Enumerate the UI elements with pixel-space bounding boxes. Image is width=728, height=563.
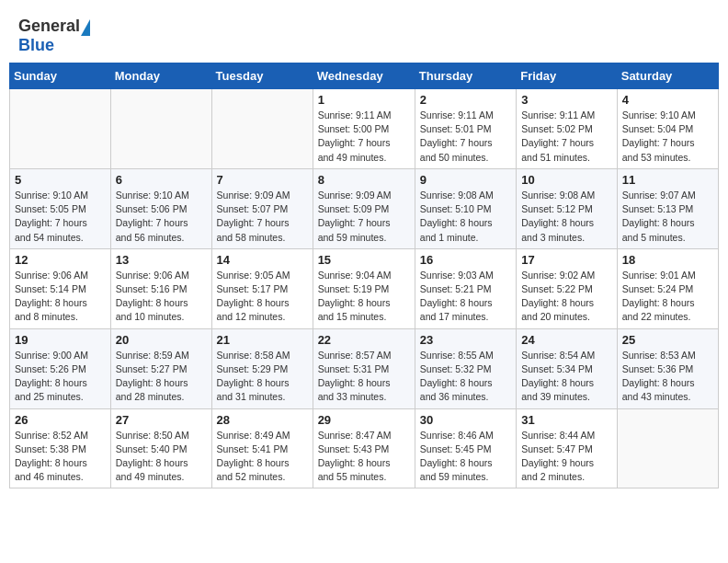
- day-info: Sunrise: 9:10 AM Sunset: 5:05 PM Dayligh…: [15, 189, 106, 245]
- day-info: Sunrise: 9:09 AM Sunset: 5:09 PM Dayligh…: [318, 189, 410, 245]
- day-info: Sunrise: 9:02 AM Sunset: 5:22 PM Dayligh…: [521, 269, 612, 325]
- day-cell: 12Sunrise: 9:06 AM Sunset: 5:14 PM Dayli…: [10, 248, 111, 328]
- day-number: 7: [217, 173, 308, 187]
- day-info: Sunrise: 9:04 AM Sunset: 5:19 PM Dayligh…: [318, 269, 410, 325]
- weekday-header-tuesday: Tuesday: [211, 63, 313, 89]
- day-info: Sunrise: 9:00 AM Sunset: 5:26 PM Dayligh…: [15, 349, 106, 405]
- day-info: Sunrise: 9:11 AM Sunset: 5:01 PM Dayligh…: [420, 109, 511, 165]
- day-number: 9: [420, 173, 511, 187]
- weekday-header-wednesday: Wednesday: [313, 63, 415, 89]
- day-number: 30: [420, 413, 511, 427]
- day-number: 8: [318, 173, 410, 187]
- day-info: Sunrise: 8:50 AM Sunset: 5:40 PM Dayligh…: [116, 429, 207, 485]
- weekday-header-monday: Monday: [110, 63, 211, 89]
- day-cell: 20Sunrise: 8:59 AM Sunset: 5:27 PM Dayli…: [110, 328, 211, 408]
- day-cell: 28Sunrise: 8:49 AM Sunset: 5:41 PM Dayli…: [211, 408, 313, 488]
- day-number: 31: [521, 413, 612, 427]
- day-cell: 26Sunrise: 8:52 AM Sunset: 5:38 PM Dayli…: [10, 408, 111, 488]
- day-info: Sunrise: 9:11 AM Sunset: 5:00 PM Dayligh…: [318, 109, 410, 165]
- week-row-4: 19Sunrise: 9:00 AM Sunset: 5:26 PM Dayli…: [10, 328, 719, 408]
- day-cell: 1Sunrise: 9:11 AM Sunset: 5:00 PM Daylig…: [313, 89, 415, 169]
- day-cell: 17Sunrise: 9:02 AM Sunset: 5:22 PM Dayli…: [517, 248, 618, 328]
- week-row-5: 26Sunrise: 8:52 AM Sunset: 5:38 PM Dayli…: [10, 408, 719, 488]
- weekday-header-row: SundayMondayTuesdayWednesdayThursdayFrid…: [10, 63, 719, 89]
- day-cell: 22Sunrise: 8:57 AM Sunset: 5:31 PM Dayli…: [313, 328, 415, 408]
- weekday-header-friday: Friday: [517, 63, 618, 89]
- day-number: 27: [116, 413, 207, 427]
- day-cell: 9Sunrise: 9:08 AM Sunset: 5:10 PM Daylig…: [415, 168, 516, 248]
- logo-text-general: General: [18, 17, 80, 35]
- day-cell: [10, 89, 111, 169]
- day-cell: 25Sunrise: 8:53 AM Sunset: 5:36 PM Dayli…: [617, 328, 718, 408]
- week-row-2: 5Sunrise: 9:10 AM Sunset: 5:05 PM Daylig…: [10, 168, 719, 248]
- day-info: Sunrise: 8:52 AM Sunset: 5:38 PM Dayligh…: [15, 429, 106, 485]
- day-info: Sunrise: 8:54 AM Sunset: 5:34 PM Dayligh…: [521, 349, 612, 405]
- day-cell: 31Sunrise: 8:44 AM Sunset: 5:47 PM Dayli…: [517, 408, 618, 488]
- day-number: 22: [318, 333, 410, 347]
- day-number: 18: [622, 253, 713, 267]
- page-header: General Blue: [9, 9, 719, 61]
- day-number: 10: [521, 173, 612, 187]
- day-info: Sunrise: 9:10 AM Sunset: 5:06 PM Dayligh…: [116, 189, 207, 245]
- day-info: Sunrise: 8:59 AM Sunset: 5:27 PM Dayligh…: [116, 349, 207, 405]
- day-info: Sunrise: 8:55 AM Sunset: 5:32 PM Dayligh…: [420, 349, 511, 405]
- day-cell: 8Sunrise: 9:09 AM Sunset: 5:09 PM Daylig…: [313, 168, 415, 248]
- day-cell: 30Sunrise: 8:46 AM Sunset: 5:45 PM Dayli…: [415, 408, 516, 488]
- day-cell: 2Sunrise: 9:11 AM Sunset: 5:01 PM Daylig…: [415, 89, 516, 169]
- weekday-header-saturday: Saturday: [617, 63, 718, 89]
- day-cell: 24Sunrise: 8:54 AM Sunset: 5:34 PM Dayli…: [517, 328, 618, 408]
- day-info: Sunrise: 8:46 AM Sunset: 5:45 PM Dayligh…: [420, 429, 511, 485]
- day-number: 13: [116, 253, 207, 267]
- day-number: 23: [420, 333, 511, 347]
- logo-triangle: [81, 19, 90, 36]
- logo: General Blue: [18, 17, 91, 55]
- day-cell: 11Sunrise: 9:07 AM Sunset: 5:13 PM Dayli…: [617, 168, 718, 248]
- logo-text-blue: Blue: [18, 36, 54, 54]
- day-number: 25: [622, 333, 713, 347]
- day-cell: [617, 408, 718, 488]
- day-info: Sunrise: 8:53 AM Sunset: 5:36 PM Dayligh…: [622, 349, 713, 405]
- day-number: 15: [318, 253, 410, 267]
- day-cell: [211, 89, 313, 169]
- day-cell: 18Sunrise: 9:01 AM Sunset: 5:24 PM Dayli…: [617, 248, 718, 328]
- day-info: Sunrise: 9:07 AM Sunset: 5:13 PM Dayligh…: [622, 189, 713, 245]
- day-info: Sunrise: 9:11 AM Sunset: 5:02 PM Dayligh…: [521, 109, 612, 165]
- day-cell: 5Sunrise: 9:10 AM Sunset: 5:05 PM Daylig…: [10, 168, 111, 248]
- day-number: 20: [116, 333, 207, 347]
- day-info: Sunrise: 9:03 AM Sunset: 5:21 PM Dayligh…: [420, 269, 511, 325]
- weekday-header-sunday: Sunday: [10, 63, 111, 89]
- day-number: 21: [217, 333, 308, 347]
- day-number: 24: [521, 333, 612, 347]
- day-cell: [110, 89, 211, 169]
- day-number: 28: [217, 413, 308, 427]
- day-info: Sunrise: 9:06 AM Sunset: 5:14 PM Dayligh…: [15, 269, 106, 325]
- day-number: 12: [15, 253, 106, 267]
- day-cell: 6Sunrise: 9:10 AM Sunset: 5:06 PM Daylig…: [110, 168, 211, 248]
- day-number: 6: [116, 173, 207, 187]
- day-info: Sunrise: 8:49 AM Sunset: 5:41 PM Dayligh…: [217, 429, 308, 485]
- calendar-table: SundayMondayTuesdayWednesdayThursdayFrid…: [9, 63, 719, 488]
- day-cell: 15Sunrise: 9:04 AM Sunset: 5:19 PM Dayli…: [313, 248, 415, 328]
- day-cell: 27Sunrise: 8:50 AM Sunset: 5:40 PM Dayli…: [110, 408, 211, 488]
- day-cell: 16Sunrise: 9:03 AM Sunset: 5:21 PM Dayli…: [415, 248, 516, 328]
- day-cell: 19Sunrise: 9:00 AM Sunset: 5:26 PM Dayli…: [10, 328, 111, 408]
- day-info: Sunrise: 9:09 AM Sunset: 5:07 PM Dayligh…: [217, 189, 308, 245]
- week-row-3: 12Sunrise: 9:06 AM Sunset: 5:14 PM Dayli…: [10, 248, 719, 328]
- day-number: 5: [15, 173, 106, 187]
- day-info: Sunrise: 9:01 AM Sunset: 5:24 PM Dayligh…: [622, 269, 713, 325]
- day-cell: 21Sunrise: 8:58 AM Sunset: 5:29 PM Dayli…: [211, 328, 313, 408]
- day-info: Sunrise: 9:08 AM Sunset: 5:10 PM Dayligh…: [420, 189, 511, 245]
- day-cell: 4Sunrise: 9:10 AM Sunset: 5:04 PM Daylig…: [617, 89, 718, 169]
- day-number: 14: [217, 253, 308, 267]
- day-info: Sunrise: 8:47 AM Sunset: 5:43 PM Dayligh…: [318, 429, 410, 485]
- day-cell: 23Sunrise: 8:55 AM Sunset: 5:32 PM Dayli…: [415, 328, 516, 408]
- day-info: Sunrise: 8:58 AM Sunset: 5:29 PM Dayligh…: [217, 349, 308, 405]
- day-cell: 13Sunrise: 9:06 AM Sunset: 5:16 PM Dayli…: [110, 248, 211, 328]
- day-number: 29: [318, 413, 410, 427]
- day-cell: 7Sunrise: 9:09 AM Sunset: 5:07 PM Daylig…: [211, 168, 313, 248]
- day-cell: 14Sunrise: 9:05 AM Sunset: 5:17 PM Dayli…: [211, 248, 313, 328]
- day-number: 1: [318, 93, 410, 107]
- day-number: 16: [420, 253, 511, 267]
- day-number: 2: [420, 93, 511, 107]
- day-info: Sunrise: 9:10 AM Sunset: 5:04 PM Dayligh…: [622, 109, 713, 165]
